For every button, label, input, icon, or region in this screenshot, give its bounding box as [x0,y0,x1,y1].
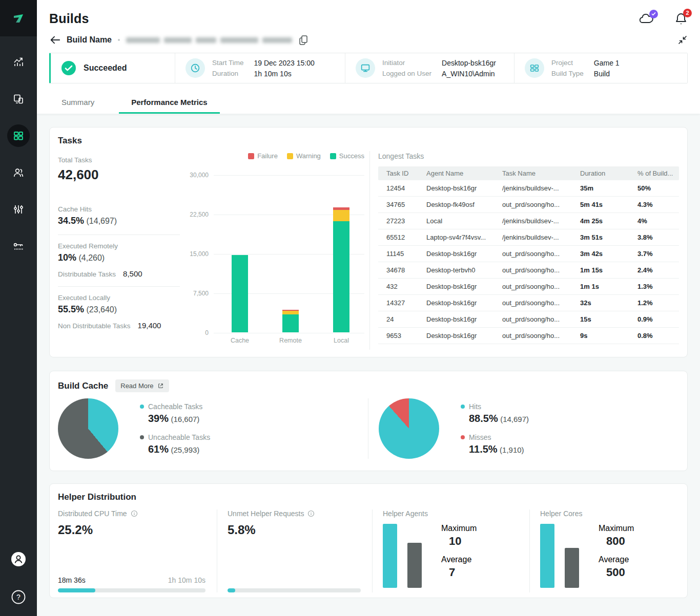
monitor-icon [356,58,375,78]
hits-pie-chart [379,398,439,459]
cores-avg-group: Average 500 [599,555,634,579]
table-row[interactable]: 24 Desktop-bsk16gr out_prd/soong/ho... 1… [378,311,679,328]
non-distributable-value: 19,400 [138,321,161,330]
build-type-label: Build Type [551,70,584,77]
cacheable-dot [140,405,144,409]
sidebar-item-settings[interactable] [7,198,30,221]
cacheable-count: (16,607) [171,415,199,423]
info-icon[interactable] [307,510,315,517]
sidebar-bottom: ? [11,551,26,616]
sidebar-item-agents[interactable] [7,88,30,110]
cell-task-id: 34765 [378,201,418,208]
tasks-bar [333,207,349,332]
table-row[interactable]: 11145 Desktop-bsk16gr out_prd/soong/ho..… [378,246,679,262]
collapse-button[interactable] [677,35,688,45]
cell-agent-name: Desktop-bsk16gr [418,315,494,323]
table-row[interactable]: 14327 Desktop-bsk16gr out_prd/soong/ho..… [378,295,679,311]
tab-performance-metrics[interactable]: Performance Metrics [119,94,219,114]
table-row[interactable]: 432 Desktop-bsk16gr out_prd/soong/ho... … [378,279,679,295]
copy-button[interactable] [298,34,308,46]
users-icon [12,166,25,179]
longest-tasks-panel: Longest Tasks Task ID Agent Name Task Na… [369,151,679,350]
start-time-value: 19 Dec 2023 15:00 [254,59,315,67]
col-agent-name: Agent Name [418,169,494,177]
cell-duration: 3m 51s [572,233,629,241]
user-avatar[interactable] [11,551,26,567]
sidebar-item-users[interactable] [7,161,30,184]
copy-icon [298,34,308,46]
uncacheable-legend: Uncacheable Tasks 61% (25,993) [140,433,210,455]
cell-task-name: out_prd/soong/ho... [494,299,572,307]
misses-count: (1,910) [500,445,524,454]
build-path-redacted [126,37,292,43]
read-more-button[interactable]: Read More [115,379,169,392]
tab-summary[interactable]: Summary [49,94,107,114]
cell-pct: 1.3% [629,283,679,290]
cell-task-name: out_prd/soong/ho... [494,332,572,339]
helper-agents-label: Helper Agents [383,509,428,518]
info-icon[interactable] [131,510,138,517]
tasks-bar [282,310,299,332]
sidebar-item-builds[interactable] [7,124,30,147]
table-row[interactable]: 34765 Desktop-fk49osf out_prd/soong/ho..… [378,197,679,213]
cell-pct: 3.7% [629,250,679,258]
cell-agent-name: Desktop-bsk16gr [418,283,494,290]
clock-icon [186,58,205,78]
cache-hits-label: Cache Hits [58,205,187,213]
cell-duration: 15s [572,315,629,323]
table-row[interactable]: 65512 Laptop-sv4r7f4vsv... /jenkins/buil… [378,229,679,246]
build-title-row: Build Name [49,34,688,46]
notifications-button[interactable]: 2 [674,12,688,26]
detail-tabs: Summary Performance Metrics [49,94,688,114]
hits-dot [461,405,465,409]
warning-swatch [287,153,293,159]
hits-pct: 88.5% [469,413,498,424]
cacheable-pct: 39% [148,413,169,424]
minibar-maximum [540,524,554,588]
unmet-progress-bar [228,588,361,592]
back-button[interactable] [49,35,60,45]
legend-success: Success [330,152,364,160]
y-axis-labels: 30,000 22,500 15,000 7,500 0 [187,175,214,333]
tasks-card: Tasks Total Tasks 42,600 Cache Hits 34.5… [49,127,688,357]
cell-agent-name: Desktop-bsk16gr [418,332,494,339]
cell-task-name: /jenkins/buildsev-... [494,217,572,225]
build-name-label: Build Name [67,35,112,45]
app-logo[interactable] [0,0,37,36]
sidebar-item-analytics[interactable] [7,51,30,73]
table-row[interactable]: 34678 Desktop-terbvh0 out_prd/soong/ho..… [378,262,679,279]
longest-tasks-table: Task ID Agent Name Task Name Duration % … [378,166,679,344]
tasks-chart: Failure Warning Success [187,151,367,350]
helper-agents-section: Helper Agents Maximum 10 Average 7 [372,509,529,592]
sidebar: ? [0,0,37,616]
minibar-average [407,543,422,588]
uncacheable-count: (25,993) [171,445,199,454]
helper-distribution-card: Helper Distribution Distributed CPU Time… [49,483,688,598]
initiator-label: Initiator [382,59,431,67]
cloud-status-button[interactable] [639,12,655,26]
cpu-time-label: Distributed CPU Time [58,509,127,518]
dot-separator [118,39,120,41]
uncacheable-dot [140,435,144,439]
cpu-progress-fill [58,588,95,592]
tasks-stats: Total Tasks 42,600 Cache Hits 34.5% (14,… [58,151,187,350]
back-arrow-icon [49,35,60,45]
cell-agent-name: Desktop-fk49osf [418,201,494,208]
project-grid-icon [525,58,544,78]
time-section: Start Time 19 Dec 2023 15:00 Duration 1h… [175,53,345,83]
cell-pct: 1.2% [629,299,679,307]
table-row[interactable]: 9653 Desktop-bsk16gr out_prd/soong/ho...… [378,328,679,344]
app-root: ? Builds [0,0,700,616]
cell-duration: 4m 25s [572,217,629,225]
sidebar-item-license[interactable] [7,235,30,258]
help-button[interactable]: ? [11,589,26,605]
misses-dot [461,435,465,439]
content-area: Tasks Total Tasks 42,600 Cache Hits 34.5… [37,114,700,616]
total-tasks-label: Total Tasks [58,156,187,164]
cell-agent-name: Desktop-bsk16gr [418,299,494,307]
distributable-value: 8,500 [123,269,142,278]
executed-locally-label: Executed Locally [58,294,187,302]
table-row[interactable]: 27223 Local /jenkins/buildsev-... 4m 25s… [378,213,679,229]
table-row[interactable]: 12454 Desktop-bsk16gr /jenkins/buildsev-… [378,180,679,197]
cell-duration: 3m 42s [572,250,629,258]
